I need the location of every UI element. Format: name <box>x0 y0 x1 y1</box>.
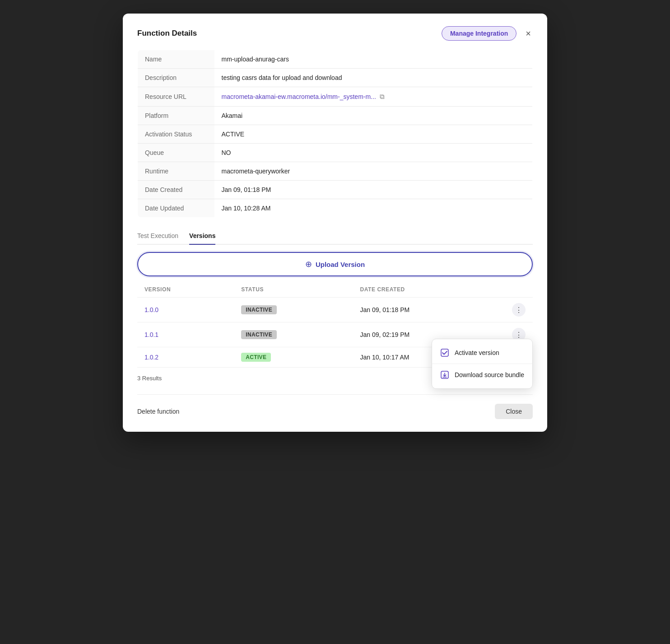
detail-value-queue: NO <box>214 144 533 162</box>
detail-label-date-created: Date Created <box>138 181 214 199</box>
context-menu-item-activate[interactable]: Activate version <box>432 343 532 363</box>
detail-value-activation-status: ACTIVE <box>214 125 533 144</box>
version-status: INACTIVE <box>234 322 353 347</box>
detail-value-resource-url: macrometa-akamai-ew.macrometa.io/mm-_sys… <box>214 87 533 107</box>
detail-row-name: Name mm-upload-anurag-cars <box>138 50 533 69</box>
activate-version-label: Activate version <box>455 349 499 356</box>
menu-divider <box>432 364 532 364</box>
detail-value-date-created: Jan 09, 01:18 PM <box>214 181 533 199</box>
detail-label-queue: Queue <box>138 144 214 162</box>
version-actions: ⋮ <box>505 298 533 322</box>
detail-row-date-created: Date Created Jan 09, 01:18 PM <box>138 181 533 199</box>
modal-footer: Delete function Close <box>137 394 533 419</box>
detail-row-resource-url: Resource URL macrometa-akamai-ew.macrome… <box>138 87 533 107</box>
detail-label-date-updated: Date Updated <box>138 199 214 218</box>
version-number: 1.0.1 <box>137 322 234 347</box>
version-link[interactable]: 1.0.2 <box>144 354 158 361</box>
detail-label-runtime: Runtime <box>138 162 214 181</box>
modal-dialog: Function Details Manage Integration × Na… <box>123 14 547 432</box>
manage-integration-button[interactable]: Manage Integration <box>442 26 516 41</box>
close-button[interactable]: Close <box>495 404 533 419</box>
copy-icon[interactable]: ⧉ <box>380 93 385 101</box>
version-number: 1.0.0 <box>137 298 234 322</box>
detail-label-activation-status: Activation Status <box>138 125 214 144</box>
detail-row-activation-status: Activation Status ACTIVE <box>138 125 533 144</box>
version-status: ACTIVE <box>234 347 353 368</box>
details-table: Name mm-upload-anurag-cars Description t… <box>137 50 533 218</box>
modal-title: Function Details <box>137 29 197 38</box>
version-status: INACTIVE <box>234 298 353 322</box>
upload-version-button[interactable]: ⊕ Upload Version <box>137 252 533 276</box>
detail-label-platform: Platform <box>138 107 214 125</box>
tab-versions[interactable]: Versions <box>189 229 215 245</box>
detail-value-runtime: macrometa-queryworker <box>214 162 533 181</box>
status-badge: INACTIVE <box>241 305 277 314</box>
version-number: 1.0.2 <box>137 347 234 368</box>
close-icon-button[interactable]: × <box>524 28 533 39</box>
detail-row-description: Description testing casrs data for uploa… <box>138 69 533 87</box>
download-icon <box>440 370 449 379</box>
version-link[interactable]: 1.0.0 <box>144 306 158 313</box>
download-source-bundle-label: Download source bundle <box>455 371 524 378</box>
tab-test-execution[interactable]: Test Execution <box>137 229 178 245</box>
col-header-version: VERSION <box>137 282 234 298</box>
table-row: 1.0.0 INACTIVE Jan 09, 01:18 PM ⋮ <box>137 298 533 322</box>
status-badge: ACTIVE <box>241 353 271 362</box>
detail-row-runtime: Runtime macrometa-queryworker <box>138 162 533 181</box>
detail-value-name: mm-upload-anurag-cars <box>214 50 533 69</box>
detail-row-date-updated: Date Updated Jan 10, 10:28 AM <box>138 199 533 218</box>
col-header-date-created: DATE CREATED <box>353 282 505 298</box>
version-link[interactable]: 1.0.1 <box>144 331 158 338</box>
resource-url-link[interactable]: macrometa-akamai-ew.macrometa.io/mm-_sys… <box>222 93 376 100</box>
upload-version-label: Upload Version <box>316 261 365 268</box>
detail-label-name: Name <box>138 50 214 69</box>
results-count: 3 Results <box>137 375 162 382</box>
detail-label-resource-url: Resource URL <box>138 87 214 107</box>
status-badge: INACTIVE <box>241 330 277 339</box>
checkbox-icon <box>440 348 449 357</box>
tabs-container: Test Execution Versions <box>137 229 533 245</box>
plus-circle-icon: ⊕ <box>305 259 312 269</box>
detail-value-platform: Akamai <box>214 107 533 125</box>
detail-value-date-updated: Jan 10, 10:28 AM <box>214 199 533 218</box>
versions-table-header: VERSION STATUS DATE CREATED <box>137 282 533 298</box>
detail-label-description: Description <box>138 69 214 87</box>
delete-function-button[interactable]: Delete function <box>137 408 179 415</box>
modal-header: Function Details Manage Integration × <box>137 26 533 41</box>
detail-row-platform: Platform Akamai <box>138 107 533 125</box>
detail-row-queue: Queue NO <box>138 144 533 162</box>
header-actions: Manage Integration × <box>442 26 533 41</box>
context-menu: Activate version Download source bundle <box>432 339 533 389</box>
row-action-menu-button[interactable]: ⋮ <box>512 303 526 317</box>
col-header-status: STATUS <box>234 282 353 298</box>
version-date: Jan 09, 01:18 PM <box>353 298 505 322</box>
context-menu-item-download[interactable]: Download source bundle <box>432 365 532 385</box>
detail-value-description: testing casrs data for upload and downlo… <box>214 69 533 87</box>
col-header-actions <box>505 282 533 298</box>
